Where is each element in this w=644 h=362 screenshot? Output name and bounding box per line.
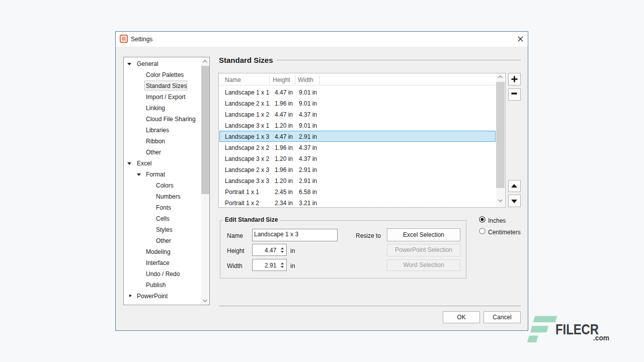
svg-text:FILECR: FILECR <box>555 321 599 337</box>
svg-text:.com: .com <box>593 333 609 342</box>
